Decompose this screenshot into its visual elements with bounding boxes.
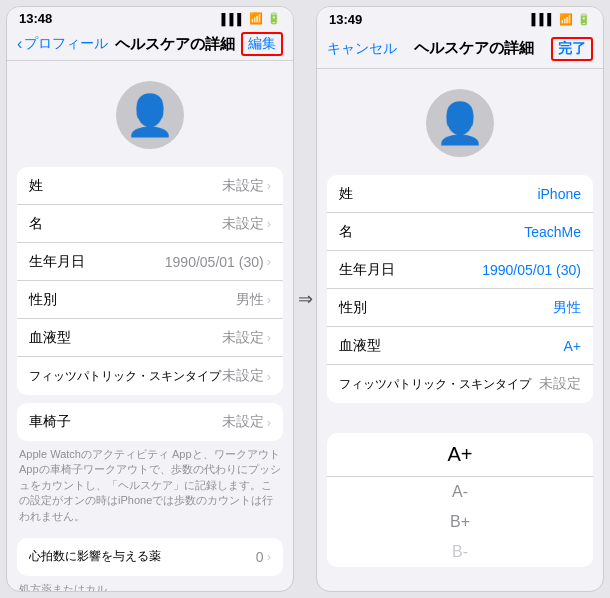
signal-icon: ▌▌▌ xyxy=(532,13,555,25)
chevron-right-icon: › xyxy=(267,254,271,269)
chevron-right-icon: › xyxy=(267,369,271,384)
field-blood-type[interactable]: 血液型 未設定 › xyxy=(17,319,283,357)
blood-type-picker[interactable]: A+ A- B+ B- xyxy=(327,433,593,567)
value-blood-type: 未設定 › xyxy=(222,329,271,347)
left-status-icons: ▌▌▌ 📶 🔋 xyxy=(222,12,281,25)
right-label-last-name: 姓 xyxy=(339,185,353,203)
picker-option-b-plus[interactable]: B+ xyxy=(327,507,593,537)
right-label-blood-type: 血液型 xyxy=(339,337,381,355)
battery-icon: 🔋 xyxy=(267,12,281,25)
wifi-icon: 📶 xyxy=(559,13,573,26)
right-field-blood-type[interactable]: 血液型 A+ xyxy=(327,327,593,365)
right-field-skin-type[interactable]: フィッツパトリック・スキンタイプ 未設定 xyxy=(327,365,593,403)
medication-description: 処方薬またはカル... xyxy=(7,576,293,592)
chevron-right-icon: › xyxy=(267,415,271,430)
value-heart-medication: 0 › xyxy=(256,549,271,565)
left-nav-bar: ‹ プロフィール ヘルスケアの詳細 編集 xyxy=(7,28,293,61)
field-heart-medication[interactable]: 心拍数に影響を与える薬 0 › xyxy=(17,538,283,576)
field-first-name[interactable]: 名 未設定 › xyxy=(17,205,283,243)
arrow-icon: ⇒ xyxy=(298,288,313,310)
label-wheelchair: 車椅子 xyxy=(29,413,71,431)
right-label-dob: 生年月日 xyxy=(339,261,395,279)
left-phone-screen: 13:48 ▌▌▌ 📶 🔋 ‹ プロフィール ヘルスケアの詳細 編集 👤 姓 未… xyxy=(6,6,294,592)
done-button[interactable]: 完了 xyxy=(551,37,593,61)
right-main-fields: 姓 iPhone 名 TeachMe 生年月日 1990/05/01 (30) … xyxy=(327,175,593,403)
right-value-gender: 男性 xyxy=(553,299,581,317)
field-gender[interactable]: 性別 男性 › xyxy=(17,281,283,319)
right-value-dob: 1990/05/01 (30) xyxy=(482,262,581,278)
value-last-name: 未設定 › xyxy=(222,177,271,195)
right-field-last-name[interactable]: 姓 iPhone xyxy=(327,175,593,213)
chevron-right-icon: › xyxy=(267,330,271,345)
avatar: 👤 xyxy=(116,81,184,149)
field-dob[interactable]: 生年月日 1990/05/01 (30) › xyxy=(17,243,283,281)
label-heart-medication: 心拍数に影響を与える薬 xyxy=(29,548,161,565)
right-nav-title: ヘルスケアの詳細 xyxy=(397,39,551,58)
right-status-icons: ▌▌▌ 📶 🔋 xyxy=(532,13,591,26)
right-avatar-area: 👤 xyxy=(317,69,603,167)
value-skin-type: 未設定 › xyxy=(222,367,271,385)
right-spacer xyxy=(317,403,603,425)
right-status-bar: 13:49 ▌▌▌ 📶 🔋 xyxy=(317,7,603,29)
left-main-fields: 姓 未設定 › 名 未設定 › 生年月日 1990/05/01 (30) › 性… xyxy=(17,167,283,395)
back-chevron-icon: ‹ xyxy=(17,35,22,53)
value-first-name: 未設定 › xyxy=(222,215,271,233)
right-nav-bar: キャンセル ヘルスケアの詳細 完了 xyxy=(317,29,603,69)
label-gender: 性別 xyxy=(29,291,57,309)
left-status-bar: 13:48 ▌▌▌ 📶 🔋 xyxy=(7,7,293,28)
signal-icon: ▌▌▌ xyxy=(222,13,245,25)
chevron-right-icon: › xyxy=(267,292,271,307)
picker-selected-value: A+ xyxy=(327,433,593,477)
picker-option-b-minus[interactable]: B- xyxy=(327,537,593,567)
left-status-time: 13:48 xyxy=(19,11,52,26)
picker-option-a-minus[interactable]: A- xyxy=(327,477,593,507)
back-label[interactable]: プロフィール xyxy=(24,35,108,53)
edit-button[interactable]: 編集 xyxy=(241,32,283,56)
transition-arrow: ⇒ xyxy=(300,6,310,592)
label-skin-type: フィッツパトリック・スキンタイプ xyxy=(29,368,221,385)
left-nav-back[interactable]: ‹ プロフィール xyxy=(17,35,108,53)
right-label-first-name: 名 xyxy=(339,223,353,241)
label-dob: 生年月日 xyxy=(29,253,85,271)
right-value-first-name: TeachMe xyxy=(524,224,581,240)
field-last-name[interactable]: 姓 未設定 › xyxy=(17,167,283,205)
right-avatar: 👤 xyxy=(426,89,494,157)
chevron-right-icon: › xyxy=(267,178,271,193)
wifi-icon: 📶 xyxy=(249,12,263,25)
left-nav-title: ヘルスケアの詳細 xyxy=(108,35,241,54)
value-wheelchair: 未設定 › xyxy=(222,413,271,431)
right-label-skin-type: フィッツパトリック・スキンタイプ xyxy=(339,376,531,393)
right-value-blood-type: A+ xyxy=(563,338,581,354)
right-field-dob[interactable]: 生年月日 1990/05/01 (30) xyxy=(327,251,593,289)
right-label-gender: 性別 xyxy=(339,299,367,317)
right-value-last-name: iPhone xyxy=(537,186,581,202)
left-avatar-area: 👤 xyxy=(7,61,293,159)
value-gender: 男性 › xyxy=(236,291,271,309)
label-last-name: 姓 xyxy=(29,177,43,195)
cancel-button[interactable]: キャンセル xyxy=(327,40,397,58)
right-status-time: 13:49 xyxy=(329,12,362,27)
label-first-name: 名 xyxy=(29,215,43,233)
chevron-right-icon: › xyxy=(267,216,271,231)
left-medication-section: 心拍数に影響を与える薬 0 › xyxy=(17,538,283,576)
left-wheelchair-section: 車椅子 未設定 › xyxy=(17,403,283,441)
right-field-gender[interactable]: 性別 男性 xyxy=(327,289,593,327)
label-blood-type: 血液型 xyxy=(29,329,71,347)
wheelchair-description: Apple Watchのアクティビティ Appと、ワークアウト Appの車椅子ワ… xyxy=(7,441,293,530)
right-field-first-name[interactable]: 名 TeachMe xyxy=(327,213,593,251)
right-phone-screen: 13:49 ▌▌▌ 📶 🔋 キャンセル ヘルスケアの詳細 完了 👤 姓 iPho… xyxy=(316,6,604,592)
field-skin-type[interactable]: フィッツパトリック・スキンタイプ 未設定 › xyxy=(17,357,283,395)
right-avatar-icon: 👤 xyxy=(435,103,485,143)
value-dob: 1990/05/01 (30) › xyxy=(165,254,271,270)
right-value-skin-type: 未設定 xyxy=(539,375,581,393)
battery-icon: 🔋 xyxy=(577,13,591,26)
avatar-icon: 👤 xyxy=(125,95,175,135)
chevron-right-icon: › xyxy=(267,549,271,564)
field-wheelchair[interactable]: 車椅子 未設定 › xyxy=(17,403,283,441)
